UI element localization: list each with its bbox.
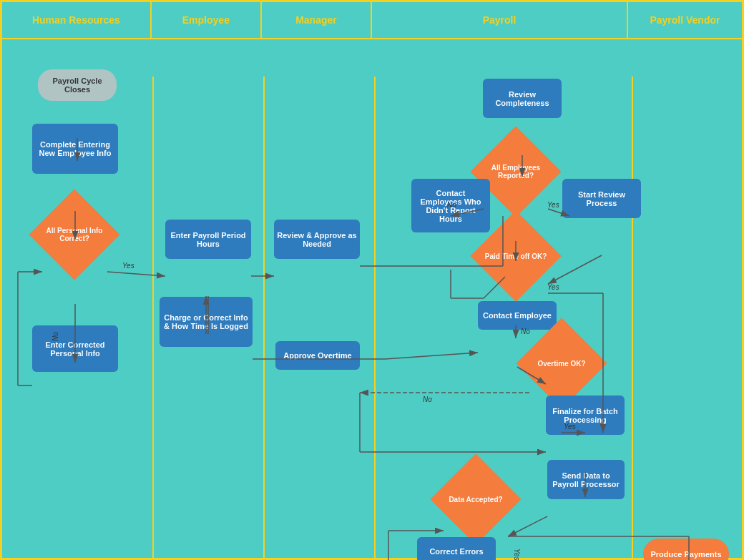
review-completeness: Review Completeness [483, 79, 562, 118]
header-employee: Employee [152, 2, 262, 38]
header-hr: Human Resources [2, 2, 152, 38]
svg-line-34 [508, 516, 547, 536]
all-personal-info-diamond [29, 189, 119, 280]
svg-line-12 [385, 353, 478, 359]
content-area: Payroll Cycle Closes Complete Entering N… [2, 39, 744, 560]
charge-or-correct: Charge or Correct Info & How Time Is Log… [160, 297, 253, 347]
start-review: Start Review Process [562, 179, 641, 218]
approve-overtime: Approve Overtime [275, 341, 360, 370]
enter-payroll-period: Enter Payroll Period Hours [165, 220, 251, 259]
svg-text:Yes: Yes [513, 549, 521, 560]
contact-employees: Contact Employees Who Didn't Report Hour… [411, 179, 490, 232]
svg-line-6 [107, 272, 165, 276]
correct-errors: Correct Errors [417, 537, 496, 560]
divider-1 [152, 77, 154, 560]
data-accepted-diamond [430, 453, 521, 544]
svg-text:Yes: Yes [122, 262, 134, 270]
contact-employee: Contact Employee [478, 301, 557, 330]
enter-corrected: Enter Corrected Personal Info [32, 325, 118, 372]
diagram-container: Human Resources Employee Manager Payroll… [0, 0, 744, 560]
divider-3 [374, 77, 376, 560]
svg-text:Yes: Yes [547, 283, 559, 291]
send-data: Send Data to Payroll Processor [547, 460, 625, 499]
header-payroll-vendor: Payroll Vendor [628, 2, 742, 38]
column-headers: Human Resources Employee Manager Payroll… [2, 2, 742, 39]
finalize-batch: Finalize for Batch Processing [546, 396, 625, 435]
produce-payments: Produce Payments [643, 539, 729, 560]
review-approve: Review & Approve as Needed [274, 220, 360, 259]
header-payroll: Payroll [372, 2, 628, 38]
complete-entering: Complete Entering New Employee Info [32, 124, 118, 174]
divider-4 [632, 77, 633, 560]
header-manager: Manager [262, 2, 372, 38]
payroll-cycle-closes: Payroll Cycle Closes [38, 69, 117, 101]
svg-text:No: No [423, 396, 432, 403]
svg-text:Yes: Yes [547, 201, 559, 209]
divider-2 [263, 77, 265, 560]
